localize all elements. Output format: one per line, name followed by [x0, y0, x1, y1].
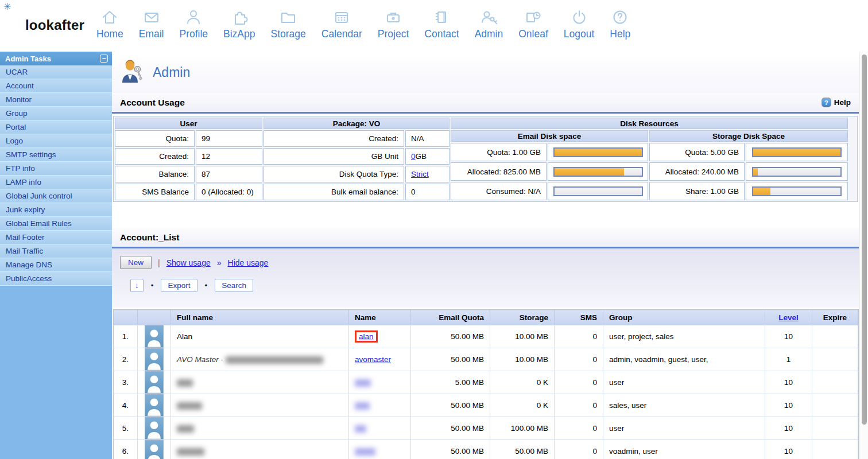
- column-header: Storage: [490, 310, 555, 325]
- name-cell: [349, 371, 411, 394]
- column-header-label: Full name: [177, 313, 213, 322]
- hide-usage-link[interactable]: Hide usage: [228, 258, 269, 267]
- sidebar-item-publicaccess[interactable]: PublicAccess: [0, 272, 112, 286]
- page-header: Admin: [112, 52, 859, 93]
- sidebar-item-ucar[interactable]: UCAR: [0, 65, 112, 79]
- usage-user-header: User: [115, 118, 262, 129]
- redacted-link: [355, 425, 366, 433]
- email-disk-header: Email Disk space: [451, 130, 648, 142]
- nav-item-label: Calendar: [321, 28, 362, 40]
- usage-package-group: Package: VOCreated:N/AGB Unit0 GBDisk Qu…: [263, 117, 450, 201]
- usage-disk-group: Disk ResourcesEmail Disk spaceStorage Di…: [450, 117, 848, 201]
- name-cell: [349, 440, 411, 459]
- power-icon: [569, 7, 589, 28]
- usage-value-link[interactable]: 0: [411, 152, 416, 161]
- usage-label: Allocated: 240.00 MB: [649, 162, 745, 181]
- level-cell: 10: [765, 325, 812, 348]
- sidebar-item-lamp-info[interactable]: LAMP info: [0, 176, 112, 189]
- nav-item-storage[interactable]: Storage: [271, 7, 306, 40]
- sidebar-item-junk-expiry[interactable]: Junk expiry: [0, 203, 112, 217]
- sidebar-item-account[interactable]: Account: [0, 79, 112, 93]
- avatar-cell: [138, 348, 171, 371]
- sidebar: Admin Tasks − UCARAccountMonitorGroupPor…: [0, 52, 112, 459]
- scrollbar-thumb[interactable]: [862, 55, 867, 425]
- level-cell: 10: [765, 371, 812, 394]
- row-number-cell: 4.: [114, 394, 138, 417]
- help-link[interactable]: ? Help: [822, 98, 851, 107]
- account-name-link[interactable]: alan: [359, 332, 374, 341]
- nav-item-email[interactable]: Email: [139, 7, 164, 40]
- column-header[interactable]: Level: [765, 310, 812, 325]
- new-button[interactable]: New: [120, 256, 152, 269]
- column-header: SMS: [555, 310, 603, 325]
- table-row: 6. 50.00 MB 50.00 MB 0 voadmin, user 10: [114, 440, 858, 459]
- sidebar-item-global-email-rules[interactable]: Global Email Rules: [0, 217, 112, 231]
- storage-cell: 50.00 MB: [490, 440, 555, 459]
- sort-descending-button[interactable]: ↓: [130, 279, 144, 292]
- nav-item-bizapp[interactable]: BizApp: [223, 7, 255, 40]
- puzzle-icon: [230, 7, 249, 28]
- full-name-text: AVO Master -: [177, 355, 226, 364]
- collapse-icon[interactable]: −: [100, 55, 108, 63]
- usage-value-link[interactable]: Strict: [411, 170, 429, 178]
- storage-cell: 0 K: [490, 371, 555, 394]
- nav-item-profile[interactable]: Profile: [179, 7, 208, 40]
- table-row: 2. AVO Master - avomaster 50.00 MB 10.00…: [114, 348, 858, 371]
- avatar-cell: [138, 325, 171, 348]
- nav-item-project[interactable]: Project: [378, 7, 409, 40]
- vertical-scrollbar[interactable]: [859, 52, 868, 459]
- redacted-text: [177, 448, 204, 456]
- expire-cell: [812, 371, 858, 394]
- nav-item-help[interactable]: Help: [610, 7, 630, 40]
- sms-cell: 0: [555, 394, 603, 417]
- nav-item-onleaf[interactable]: Onleaf: [518, 7, 548, 40]
- nav-item-admin[interactable]: Admin: [475, 7, 503, 40]
- usage-bar: [746, 182, 848, 200]
- account-name-link[interactable]: avomaster: [355, 355, 391, 364]
- sidebar-item-smtp-settings[interactable]: SMTP settings: [0, 148, 112, 162]
- sms-cell: 0: [555, 325, 603, 348]
- column-header: Email Quota: [411, 310, 490, 325]
- sidebar-header: Admin Tasks −: [0, 52, 112, 65]
- dot-separator: •: [205, 281, 208, 290]
- nav-item-label: Project: [378, 28, 409, 40]
- name-cell: [349, 394, 411, 417]
- sidebar-item-mail-traffic[interactable]: Mail Traffic: [0, 244, 112, 258]
- nav-item-home[interactable]: Home: [96, 7, 123, 40]
- separator: |: [158, 258, 160, 267]
- expire-cell: [812, 440, 858, 459]
- row-number-cell: 3.: [114, 371, 138, 394]
- nav-item-logout[interactable]: Logout: [564, 7, 595, 40]
- sidebar-item-group[interactable]: Group: [0, 107, 112, 120]
- expire-cell: [812, 325, 858, 348]
- table-row: 3. 5.00 MB 0 K 0 user 10: [114, 371, 858, 394]
- column-header-label: Email Quota: [439, 313, 484, 322]
- brand-logo[interactable]: lookafter: [25, 17, 84, 33]
- user-avatar-icon: [145, 417, 164, 439]
- usage-label: Consumed: N/A: [451, 182, 547, 200]
- email-quota-cell: 50.00 MB: [411, 348, 490, 371]
- sidebar-item-logo[interactable]: Logo: [0, 134, 112, 148]
- nav-item-contact[interactable]: Contact: [424, 7, 459, 40]
- sidebar-item-mail-footer[interactable]: Mail Footer: [0, 231, 112, 244]
- export-button[interactable]: Export: [161, 279, 197, 292]
- disk-resources-header: Disk Resources: [451, 118, 848, 129]
- sidebar-item-monitor[interactable]: Monitor: [0, 93, 112, 107]
- list-toolbar: New | Show usage » Hide usage ↓ • Export…: [112, 248, 859, 308]
- expire-cell: [812, 348, 858, 371]
- nav-item-calendar[interactable]: Calendar: [321, 7, 362, 40]
- avatar-cell: [138, 440, 171, 459]
- usage-label: Created:: [264, 130, 404, 147]
- sidebar-item-portal[interactable]: Portal: [0, 120, 112, 134]
- full-name-text: Alan: [177, 332, 192, 341]
- search-button[interactable]: Search: [215, 279, 253, 292]
- main-content: Admin Account Usage ? Help UserQuota:99C…: [112, 52, 868, 459]
- column-header-label: Group: [609, 313, 633, 322]
- sidebar-item-manage-dns[interactable]: Manage DNS: [0, 258, 112, 272]
- sidebar-item-ftp-info[interactable]: FTP info: [0, 162, 112, 176]
- column-header: [114, 310, 138, 325]
- level-sort-link[interactable]: Level: [778, 313, 799, 322]
- sidebar-item-global-junk-control[interactable]: Global Junk control: [0, 189, 112, 203]
- show-usage-link[interactable]: Show usage: [166, 258, 211, 267]
- user-avatar-icon: [145, 371, 164, 394]
